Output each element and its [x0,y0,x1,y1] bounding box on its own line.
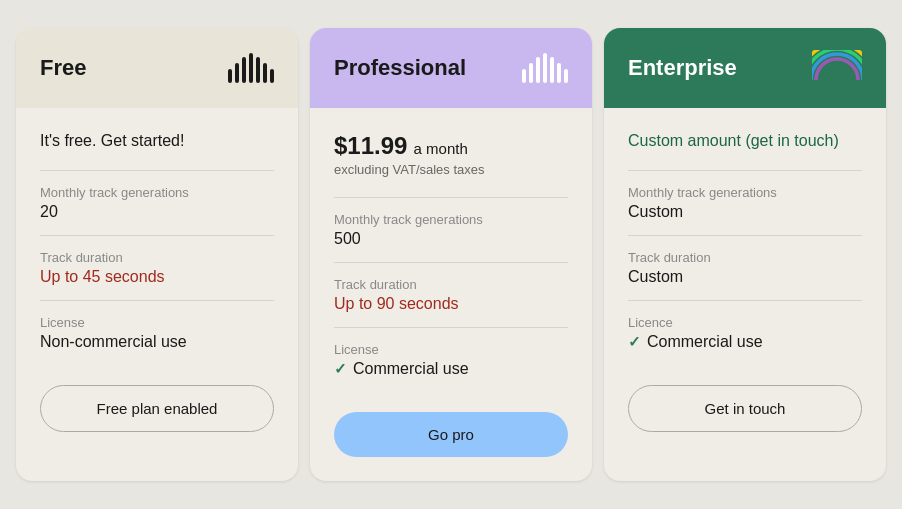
card-header-professional: Professional [310,28,592,108]
check-icon-professional-2: ✓ [334,360,347,378]
feature-label-free-1: Track duration [40,250,274,265]
pricing-card-enterprise: EnterpriseCustom amount (get in touch)Mo… [604,28,886,481]
feature-row-free-2: LicenseNon-commercial use [40,300,274,365]
feature-label-professional-0: Monthly track generations [334,212,568,227]
feature-label-enterprise-1: Track duration [628,250,862,265]
enterprise-icon [812,50,862,86]
pricing-card-free: FreeIt's free. Get started!Monthly track… [16,28,298,481]
feature-row-professional-0: Monthly track generations500 [334,197,568,262]
card-header-free: Free [16,28,298,108]
feature-label-enterprise-2: Licence [628,315,862,330]
cta-button-professional[interactable]: Go pro [334,412,568,457]
feature-label-professional-1: Track duration [334,277,568,292]
pricing-container: FreeIt's free. Get started!Monthly track… [0,12,902,497]
card-price-free-enterprise: Custom amount (get in touch) [628,132,862,150]
feature-value-professional-1: Up to 90 seconds [334,295,568,313]
feature-row-enterprise-0: Monthly track generationsCustom [628,170,862,235]
feature-row-professional-2: License✓Commercial use [334,327,568,392]
card-title-professional: Professional [334,55,466,81]
feature-row-enterprise-2: Licence✓Commercial use [628,300,862,365]
feature-row-free-0: Monthly track generations20 [40,170,274,235]
cta-button-enterprise[interactable]: Get in touch [628,385,862,432]
card-body-free: It's free. Get started!Monthly track gen… [16,108,298,456]
feature-row-free-1: Track durationUp to 45 seconds [40,235,274,300]
card-body-enterprise: Custom amount (get in touch)Monthly trac… [604,108,886,456]
feature-value-free-0: 20 [40,203,274,221]
pricing-card-professional: Professional$11.99 a monthexcluding VAT/… [310,28,592,481]
feature-row-enterprise-1: Track durationCustom [628,235,862,300]
cta-button-free[interactable]: Free plan enabled [40,385,274,432]
card-header-enterprise: Enterprise [604,28,886,108]
card-price-free-free: It's free. Get started! [40,132,274,150]
check-icon-enterprise-2: ✓ [628,333,641,351]
feature-label-enterprise-0: Monthly track generations [628,185,862,200]
card-price-professional: $11.99 a month [334,132,568,160]
feature-label-free-0: Monthly track generations [40,185,274,200]
free-icon [228,53,274,83]
feature-value-professional-0: 500 [334,230,568,248]
card-title-enterprise: Enterprise [628,55,737,81]
professional-icon [522,53,568,83]
card-price-sub-professional: excluding VAT/sales taxes [334,162,568,177]
feature-value-enterprise-0: Custom [628,203,862,221]
feature-value-enterprise-2: ✓Commercial use [628,333,862,351]
feature-row-professional-1: Track durationUp to 90 seconds [334,262,568,327]
feature-label-free-2: License [40,315,274,330]
card-title-free: Free [40,55,86,81]
feature-value-free-1: Up to 45 seconds [40,268,274,286]
feature-value-enterprise-1: Custom [628,268,862,286]
feature-value-professional-2: ✓Commercial use [334,360,568,378]
feature-label-professional-2: License [334,342,568,357]
feature-value-free-2: Non-commercial use [40,333,274,351]
card-body-professional: $11.99 a monthexcluding VAT/sales taxesM… [310,108,592,481]
